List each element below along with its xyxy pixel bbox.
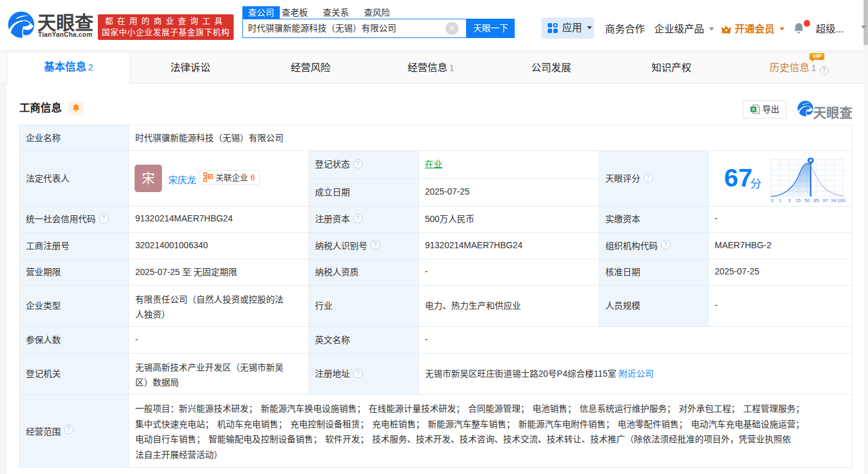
svg-text:50: 50	[804, 198, 809, 203]
svg-text:97: 97	[823, 198, 827, 203]
svg-text:1: 1	[779, 198, 781, 203]
svg-text:15: 15	[796, 198, 801, 203]
svg-text:X: X	[751, 107, 755, 112]
svg-text:0: 0	[771, 198, 773, 203]
svg-text:85: 85	[814, 198, 819, 203]
svg-text:100: 100	[837, 198, 846, 203]
svg-text:3: 3	[788, 198, 790, 203]
svg-text:99: 99	[831, 198, 836, 203]
